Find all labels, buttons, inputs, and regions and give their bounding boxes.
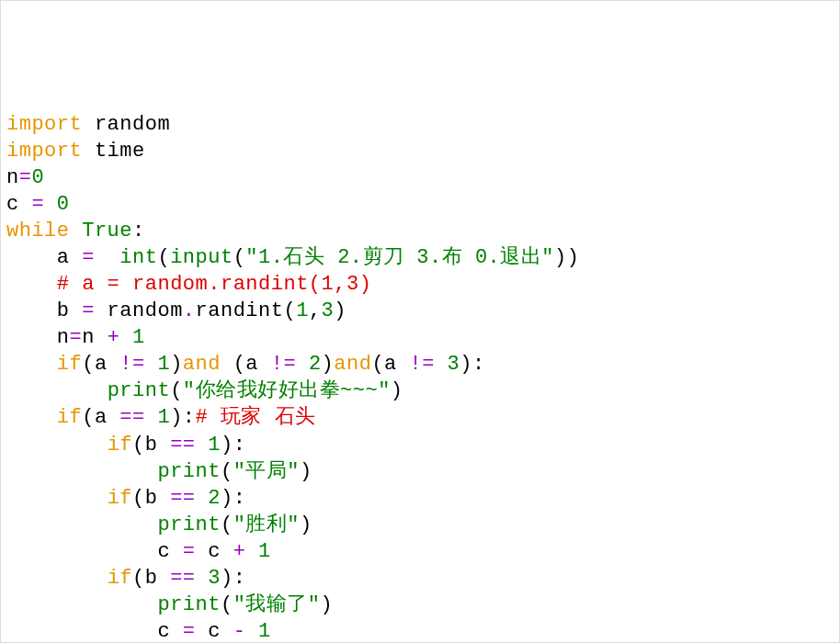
code-token-op: = [82, 246, 95, 269]
code-token-name [6, 379, 108, 402]
code-token-op: . [183, 299, 196, 322]
code-line: print("你给我好好出拳~~~") [6, 378, 834, 404]
code-token-punct: (a [221, 353, 271, 376]
code-token-name [196, 567, 209, 590]
code-line: if(a != 1)and (a != 2)and(a != 3): [6, 351, 834, 378]
code-line: c = c - 1 [6, 618, 834, 643]
code-line: print("我输了") [6, 592, 834, 618]
code-token-punct: ( [233, 246, 246, 269]
code-token-op: == [170, 487, 195, 510]
code-token-num: 3 [322, 299, 335, 322]
code-token-op: = [183, 540, 196, 563]
code-token-punct: : [132, 220, 145, 243]
code-token-num: 3 [448, 353, 460, 376]
code-token-builtin: print [157, 460, 221, 483]
code-token-name [95, 246, 119, 269]
code-token-punct: ( [221, 460, 233, 483]
code-line: if(b == 3): [6, 565, 834, 592]
code-token-name [435, 353, 448, 376]
code-token-num: 2 [208, 487, 221, 510]
code-token-punct: ( [157, 246, 170, 269]
code-token-name [44, 193, 57, 216]
code-token-punct: (b [132, 434, 170, 457]
code-token-builtin: int [119, 246, 157, 269]
code-token-num: 1 [258, 540, 271, 563]
code-token-op: = [70, 326, 83, 349]
code-token-name: c [6, 193, 31, 216]
code-token-kw: if [57, 353, 82, 376]
code-token-str: "你给我好好出拳~~~" [183, 379, 391, 402]
code-token-name [196, 487, 209, 510]
code-token-op: = [31, 193, 44, 216]
code-line: if(a == 1):# 玩家 石头 [6, 404, 834, 431]
code-token-op: == [170, 434, 195, 457]
code-token-builtin: print [157, 593, 221, 616]
code-line: n=n + 1 [6, 324, 834, 351]
code-token-kw: if [108, 434, 132, 457]
code-token-name [82, 140, 95, 163]
code-token-punct: ) [300, 460, 312, 483]
code-token-name: random [95, 113, 170, 136]
code-token-op: == [119, 406, 144, 429]
code-token-str: "平局" [233, 460, 300, 483]
code-token-builtin: print [157, 513, 221, 536]
code-token-name [6, 273, 57, 296]
code-token-name: b [6, 299, 82, 322]
code-token-op: == [170, 567, 195, 590]
code-line: print("平局") [6, 458, 834, 485]
code-token-op: != [271, 353, 296, 376]
code-token-op: + [108, 326, 120, 349]
code-token-op: + [233, 540, 246, 563]
code-token-name [82, 113, 95, 136]
code-token-name [296, 353, 309, 376]
code-token-punct: ): [221, 487, 245, 510]
code-token-num: 1 [157, 406, 170, 429]
code-token-name: time [95, 140, 145, 163]
code-token-name [6, 460, 157, 483]
code-token-str: "我输了" [233, 593, 321, 616]
code-token-kw: if [108, 567, 132, 590]
code-token-name: n [82, 326, 107, 349]
code-token-num: 2 [309, 353, 322, 376]
code-token-op: != [410, 353, 435, 376]
code-token-name: c [196, 540, 233, 563]
code-token-str: "1.石头 2.剪刀 3.布 0.退出" [245, 246, 554, 269]
code-token-op: = [82, 299, 95, 322]
code-token-punct: ): [460, 353, 484, 376]
code-token-punct: )) [554, 246, 579, 269]
code-token-punct: ( [221, 513, 233, 536]
code-token-num: 1 [208, 434, 221, 457]
code-token-op: - [233, 620, 246, 643]
code-token-punct: ( [283, 299, 296, 322]
code-token-punct: (a [82, 353, 119, 376]
code-token-punct: ) [334, 299, 346, 322]
code-token-name: n [6, 326, 70, 349]
code-token-kw: if [57, 406, 82, 429]
code-line: while True: [6, 218, 834, 244]
code-line: a = int(input("1.石头 2.剪刀 3.布 0.退出")) [6, 244, 834, 271]
code-token-name [196, 434, 209, 457]
code-token-builtin: print [108, 379, 171, 402]
code-token-name: c [196, 620, 233, 643]
code-token-num: 1 [258, 620, 271, 643]
code-token-punct: ) [391, 379, 403, 402]
code-token-num: 0 [57, 193, 70, 216]
code-editor: import randomimport timen=0c = 0while Tr… [6, 111, 834, 643]
code-token-builtin: input [170, 246, 233, 269]
code-token-name: c [6, 540, 183, 563]
code-token-punct: ) [170, 353, 183, 376]
code-token-punct: , [309, 299, 322, 322]
code-token-name [6, 487, 108, 510]
code-token-punct: ( [221, 593, 233, 616]
code-line: # a = random.randint(1,3) [6, 271, 834, 298]
code-token-str: "胜利" [233, 513, 300, 536]
code-line: b = random.randint(1,3) [6, 298, 834, 324]
code-token-punct: ( [170, 379, 183, 402]
code-token-op: = [19, 166, 32, 189]
code-token-num: 0 [31, 166, 44, 189]
code-token-punct: (a [82, 406, 119, 429]
code-token-num: 1 [132, 326, 145, 349]
code-token-punct: ): [170, 406, 195, 429]
code-token-name [6, 353, 57, 376]
code-line: if(b == 1): [6, 432, 834, 458]
